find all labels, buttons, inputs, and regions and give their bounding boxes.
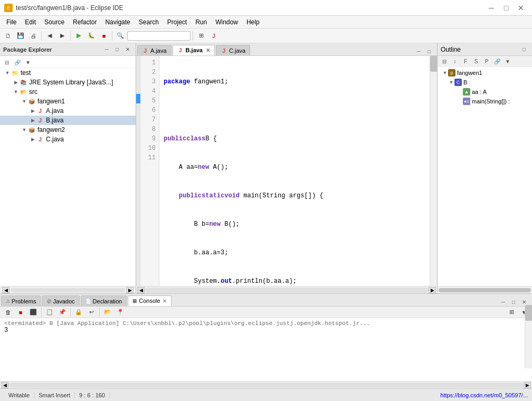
tab-problems[interactable]: ⚠ Problems bbox=[1, 295, 41, 306]
console-scroll-lock-button[interactable]: 🔒 bbox=[73, 307, 84, 318]
restore-button[interactable]: □ bbox=[499, 3, 513, 13]
pe-scrollbar-track[interactable] bbox=[11, 288, 125, 292]
Ajava-icon: J bbox=[36, 107, 44, 115]
editor-scroll-left-btn[interactable]: ◀ bbox=[137, 287, 145, 293]
outline-aa-field[interactable]: ▲ aa : A bbox=[438, 87, 532, 97]
tree-item-Bjava[interactable]: ▶ J B.java bbox=[0, 116, 136, 125]
outline-menu[interactable]: ▼ bbox=[503, 57, 512, 65]
console-stop-button[interactable]: ■ bbox=[15, 307, 26, 318]
outline-B-class[interactable]: ▼ C B bbox=[438, 78, 532, 87]
console-clear-button[interactable]: 🗑 bbox=[2, 307, 14, 318]
tree-label-Cjava: C.java bbox=[46, 136, 64, 143]
search-input[interactable] bbox=[127, 31, 191, 41]
tab-javadoc[interactable]: @ Javadoc bbox=[42, 295, 79, 306]
outline-fangwen1[interactable]: ▼ p fangwen1 bbox=[438, 68, 532, 78]
debug-button[interactable]: 🐛 bbox=[86, 30, 97, 42]
bottom-scroll-left-btn[interactable]: ◀ bbox=[1, 382, 8, 388]
outline-link-editor[interactable]: 🔗 bbox=[492, 57, 502, 65]
pe-maximize-button[interactable]: □ bbox=[112, 45, 122, 54]
search-button[interactable]: 🔍 bbox=[115, 30, 126, 42]
pe-scroll-left[interactable]: ◀ bbox=[2, 287, 10, 293]
outline-minimize-button[interactable]: ─ bbox=[519, 43, 529, 45]
menu-project[interactable]: Project bbox=[163, 17, 191, 27]
console-open-file-button[interactable]: 📂 bbox=[102, 307, 113, 318]
outline-aa-label: aa : A bbox=[472, 89, 487, 95]
java-perspective-button[interactable]: J bbox=[208, 30, 220, 42]
editor-vertical-scrollbar[interactable] bbox=[430, 56, 437, 286]
menu-file[interactable]: File bbox=[2, 17, 21, 27]
fangwen1-package-icon: 📦 bbox=[27, 97, 36, 106]
tree-item-src[interactable]: ▼ 📂 src bbox=[0, 87, 136, 97]
tree-item-test[interactable]: ▼ 📁 test bbox=[0, 68, 136, 78]
outline-maximize-button[interactable]: □ bbox=[519, 45, 529, 54]
bottom-vertical-scrollbar[interactable] bbox=[525, 305, 532, 368]
print-button[interactable]: 🖨 bbox=[27, 30, 39, 42]
save-button[interactable]: 💾 bbox=[15, 30, 26, 42]
close-button[interactable]: ✕ bbox=[514, 3, 528, 13]
outline-scroll-thumb[interactable] bbox=[439, 288, 531, 292]
console-new-button[interactable]: ⊞ bbox=[506, 307, 517, 318]
tab-declaration[interactable]: 📄 Declaration bbox=[81, 295, 127, 306]
outline-main-method[interactable]: ●S main(String[]) : bbox=[438, 97, 532, 106]
pe-menu-button[interactable]: ▼ bbox=[23, 58, 33, 66]
tab-Ajava[interactable]: J A.java bbox=[137, 45, 172, 55]
status-link[interactable]: https://blog.csdn.net/m0_50597/... bbox=[440, 392, 528, 398]
editor-maximize-button[interactable]: □ bbox=[424, 47, 434, 55]
tree-item-fangwen2[interactable]: ▼ 📦 fangwen2 bbox=[0, 125, 136, 135]
console-paste-button[interactable]: 📌 bbox=[56, 307, 68, 318]
bottom-hscroll-track[interactable] bbox=[8, 383, 524, 388]
new-button[interactable]: 🗋 bbox=[2, 30, 14, 42]
menu-refactor[interactable]: Refactor bbox=[69, 17, 101, 27]
tree-item-Ajava[interactable]: ▶ J A.java bbox=[0, 106, 136, 116]
Bjava-tab-close[interactable]: ✕ bbox=[206, 47, 210, 53]
tree-item-jre[interactable]: ▶ 📚 JRE System Library [JavaS...] bbox=[0, 78, 136, 87]
console-disconnect-button[interactable]: ⬛ bbox=[27, 307, 39, 318]
bottom-scroll-thumb[interactable] bbox=[525, 305, 532, 321]
pe-close-button[interactable]: ✕ bbox=[123, 45, 132, 54]
next-edit-button[interactable]: ▶ bbox=[56, 30, 68, 42]
tree-item-Cjava[interactable]: ▶ J C.java bbox=[0, 135, 136, 144]
menu-navigate[interactable]: Navigate bbox=[101, 17, 134, 27]
console-copy-button[interactable]: 📋 bbox=[44, 307, 55, 318]
menu-window[interactable]: Window bbox=[211, 17, 242, 27]
minimize-button[interactable]: ─ bbox=[484, 3, 498, 13]
bottom-maximize-button[interactable]: □ bbox=[509, 298, 518, 306]
tab-console[interactable]: ▦ Console ✕ bbox=[128, 295, 171, 306]
editor-horizontal-scrollbar[interactable]: ◀ ▶ bbox=[136, 286, 437, 293]
console-pin-button[interactable]: 📍 bbox=[115, 307, 126, 318]
bottom-minimize-button[interactable]: ─ bbox=[498, 298, 508, 306]
console-word-wrap-button[interactable]: ↩ bbox=[86, 307, 97, 318]
open-perspective-button[interactable]: ⊞ bbox=[195, 30, 207, 42]
editor-minimize-button[interactable]: ─ bbox=[414, 47, 423, 55]
outline-hide-nonpublic[interactable]: P bbox=[482, 57, 491, 65]
outline-sort-btn[interactable]: ↕ bbox=[450, 57, 460, 65]
outline-hide-fields[interactable]: F bbox=[461, 57, 470, 65]
pe-minimize-button[interactable]: ─ bbox=[102, 45, 111, 54]
bottom-scroll-right-btn[interactable]: ▶ bbox=[524, 382, 531, 388]
menu-edit[interactable]: Edit bbox=[21, 17, 40, 27]
line-num-10: 10 bbox=[144, 144, 156, 153]
menu-search[interactable]: Search bbox=[135, 17, 163, 27]
pe-collapse-all-button[interactable]: ⊟ bbox=[2, 58, 12, 66]
code-editor[interactable]: 1 2 3 4 5 6 7 8 9 10 11 package fan bbox=[136, 56, 437, 286]
outline-collapse-all[interactable]: ⊟ bbox=[440, 57, 449, 65]
editor-scroll-thumb[interactable] bbox=[430, 56, 437, 72]
outline-hide-static[interactable]: S bbox=[471, 57, 481, 65]
console-tab-close[interactable]: ✕ bbox=[163, 298, 167, 304]
pe-link-button[interactable]: 🔗 bbox=[13, 58, 22, 66]
code-text[interactable]: package fangwen1; public class B { A aa=… bbox=[159, 56, 430, 286]
console-terminated-line: <terminated> B [Java Application] C:\Use… bbox=[4, 320, 528, 327]
bottom-horizontal-scrollbar[interactable]: ◀ ▶ bbox=[0, 381, 532, 388]
pe-scroll-right[interactable]: ▶ bbox=[126, 287, 134, 293]
tree-item-fangwen1[interactable]: ▼ 📦 fangwen1 bbox=[0, 97, 136, 106]
tab-Cjava[interactable]: J C.java bbox=[216, 45, 250, 55]
menu-help[interactable]: Help bbox=[242, 17, 264, 27]
run-button[interactable]: ▶ bbox=[73, 30, 84, 42]
editor-hscroll-track[interactable] bbox=[145, 288, 429, 293]
editor-scroll-right-btn[interactable]: ▶ bbox=[429, 287, 436, 293]
stop-button[interactable]: ■ bbox=[98, 30, 110, 42]
tab-Bjava[interactable]: J B.java ✕ bbox=[173, 45, 215, 55]
menu-run[interactable]: Run bbox=[191, 17, 211, 27]
prev-edit-button[interactable]: ◀ bbox=[44, 30, 55, 42]
menu-source[interactable]: Source bbox=[40, 17, 69, 27]
